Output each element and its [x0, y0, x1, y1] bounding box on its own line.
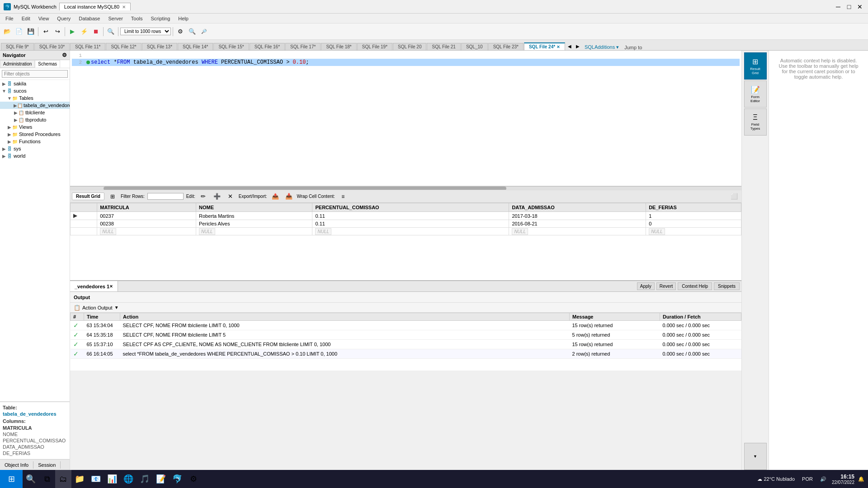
scroll-down-panel-btn[interactable]: ▼ [744, 443, 767, 470]
nav-tab-schemas[interactable]: Schemas [35, 60, 60, 68]
search-button[interactable]: 🔍 [105, 26, 116, 37]
menu-edit[interactable]: Edit [18, 15, 34, 22]
open-folder-button[interactable]: 📂 [2, 26, 13, 37]
sql-editor[interactable]: 1 2 select *FROM tabela_de_vendedores WH… [70, 51, 741, 186]
import-button[interactable]: 📥 [283, 191, 294, 202]
menu-file[interactable]: File [2, 15, 17, 22]
taskbar-task-view-icon[interactable]: ⧉ [39, 470, 55, 488]
prev-tab-button[interactable]: ◀ [566, 42, 574, 50]
col-header-percentual[interactable]: PERCENTUAL_COMISSAO [312, 203, 509, 212]
sql-tab-2[interactable]: SQL File 11* [70, 43, 105, 50]
stop-button[interactable]: ⏹ [90, 26, 101, 37]
zoom-out-button[interactable]: 🔎 [198, 26, 209, 37]
next-tab-button[interactable]: ▶ [574, 42, 582, 50]
sakila-expand-icon[interactable]: ▶ [2, 81, 6, 86]
filter-objects-input[interactable] [2, 70, 68, 78]
vendedores-expand-icon[interactable]: ▶ [14, 103, 17, 108]
system-clock[interactable]: 16:15 22/07/2022 [832, 474, 854, 485]
action-output-dropdown-icon[interactable]: ▼ [114, 305, 119, 310]
sql-tab-5[interactable]: SQL File 14* [178, 43, 213, 50]
menu-query[interactable]: Query [53, 15, 74, 22]
menu-scripting[interactable]: Scripting [147, 15, 174, 22]
taskbar-mail-icon[interactable]: 📧 [88, 470, 104, 488]
maximize-button[interactable]: □ [844, 2, 854, 11]
undo-button[interactable]: ↩ [40, 26, 51, 37]
schema-world[interactable]: ▶ 🗄 world [0, 152, 70, 160]
sql-tab-4[interactable]: SQL File 13* [142, 43, 177, 50]
table-tbproduto[interactable]: ▶ 📋 tbproduto [0, 116, 70, 123]
result-row-null[interactable]: NULL NULL NULL NULL NULL [71, 228, 741, 235]
table-tblcliente[interactable]: ▶ 📋 tblcliente [0, 109, 70, 116]
sql-code-2[interactable]: select *FROM tabela_de_vendedores WHERE … [91, 59, 740, 66]
snippets-button[interactable]: Snippets [714, 282, 740, 290]
sql-tab-6[interactable]: SQL File 15* [213, 43, 249, 50]
stored-procs-expand-icon[interactable]: ▶ [7, 132, 12, 137]
wrap-cell-button[interactable]: ≡ [338, 191, 349, 202]
execute-current-button[interactable]: ⚡ [79, 26, 90, 37]
sql-tab-0[interactable]: SQL File 9* [1, 43, 34, 50]
taskbar-mysql-icon[interactable]: 🐬 [169, 470, 185, 488]
menu-database[interactable]: Database [75, 15, 104, 22]
result-row-2[interactable]: 00238 Pericles Alves 0.11 2016-08-21 0 [71, 220, 741, 228]
taskbar-settings-icon[interactable]: ⚙ [185, 470, 202, 488]
volume-icon[interactable]: 🔊 [818, 476, 828, 482]
field-types-panel-btn[interactable]: Ξ FieldTypes [744, 108, 767, 136]
taskbar-search-icon[interactable]: 🔍 [23, 470, 39, 488]
views-folder[interactable]: ▶ 📁 Views [0, 123, 70, 131]
menu-view[interactable]: View [35, 15, 53, 22]
schema-sucos[interactable]: ▼ 🗄 sucos [0, 87, 70, 94]
taskbar-excel-icon[interactable]: 📊 [104, 470, 120, 488]
revert-button[interactable]: Revert [656, 282, 676, 290]
new-file-button[interactable]: 📄 [14, 26, 24, 37]
sys-expand-icon[interactable]: ▶ [2, 146, 6, 151]
instance-tab[interactable]: Local instance MySQL80 ✕ [59, 3, 131, 10]
tables-expand-icon[interactable]: ▼ [7, 96, 12, 101]
col-header-nome[interactable]: NOME [196, 203, 312, 212]
tables-folder[interactable]: ▼ 📁 Tables [0, 94, 70, 102]
start-button[interactable]: ⊞ [0, 470, 23, 488]
taskbar-media-icon[interactable]: 🎵 [137, 470, 153, 488]
minimize-button[interactable]: ─ [834, 2, 843, 11]
jump-to-label[interactable]: Jump to [622, 45, 645, 50]
taskbar-edge-icon[interactable]: 🌐 [120, 470, 137, 488]
form-editor-panel-btn[interactable]: 📝 FormEditor [744, 80, 767, 108]
bottom-tab-vendedores[interactable]: _vendedores 1 ✕ [70, 281, 118, 291]
schema-sys[interactable]: ▶ 🗄 sys [0, 145, 70, 152]
navigator-toggle-icon[interactable]: ⚙ [62, 52, 67, 58]
col-header-de-ferias[interactable]: DE_FERIAS [646, 203, 741, 212]
format-button[interactable]: ⚙ [175, 26, 186, 37]
notifications-icon[interactable]: 🔔 [858, 476, 864, 482]
sql-tab-10[interactable]: SQL File 19* [357, 43, 392, 50]
table-vendedores[interactable]: ▶ 📋 tabela_de_vendedores [0, 102, 70, 109]
edit-delete-button[interactable]: ✕ [225, 191, 236, 202]
zoom-in-button[interactable]: 🔍 [187, 26, 198, 37]
close-tab-icon[interactable]: ✕ [122, 5, 126, 9]
menu-server[interactable]: Server [104, 15, 126, 22]
sucos-expand-icon[interactable]: ▼ [2, 89, 6, 94]
apply-button[interactable]: Apply [637, 282, 655, 290]
sql-tab-9[interactable]: SQL File 18* [321, 43, 356, 50]
nav-tab-administration[interactable]: Administration [0, 60, 35, 68]
edit-add-button[interactable]: ➕ [212, 191, 222, 202]
taskbar-folder-icon[interactable]: 📁 [71, 470, 88, 488]
functions-folder[interactable]: ▶ 📁 Functions [0, 138, 70, 145]
sql-tab-12[interactable]: SQL File 21 [427, 43, 460, 50]
save-button[interactable]: 💾 [25, 26, 36, 37]
result-row-1[interactable]: ▶ 00237 Roberta Martins 0.11 2017-03-18 … [71, 212, 741, 220]
sql-additions-label[interactable]: SQLAdditions ▾ [582, 44, 622, 50]
sql-tab-1[interactable]: SQL File 10* [34, 43, 70, 50]
object-info-tab[interactable]: Object Info [0, 461, 33, 469]
menu-help[interactable]: Help [175, 15, 192, 22]
edit-pencil-button[interactable]: ✏ [198, 191, 209, 202]
sql-tab-15[interactable]: SQL File 24* ✕ [524, 42, 565, 50]
col-header-data-admissao[interactable]: DATA_ADMISSAO [509, 203, 646, 212]
tbproduto-expand-icon[interactable]: ▶ [14, 117, 18, 122]
redo-button[interactable]: ↪ [52, 26, 63, 37]
sql-tab-11[interactable]: SQL File 20 [393, 43, 426, 50]
filter-rows-input[interactable] [147, 193, 184, 200]
sql-tab-3[interactable]: SQL File 12* [106, 43, 141, 50]
result-maximize-button[interactable]: ⬜ [729, 191, 740, 202]
menu-tools[interactable]: Tools [127, 15, 146, 22]
schema-sakila[interactable]: ▶ 🗄 sakila [0, 80, 70, 87]
views-expand-icon[interactable]: ▶ [7, 125, 12, 130]
